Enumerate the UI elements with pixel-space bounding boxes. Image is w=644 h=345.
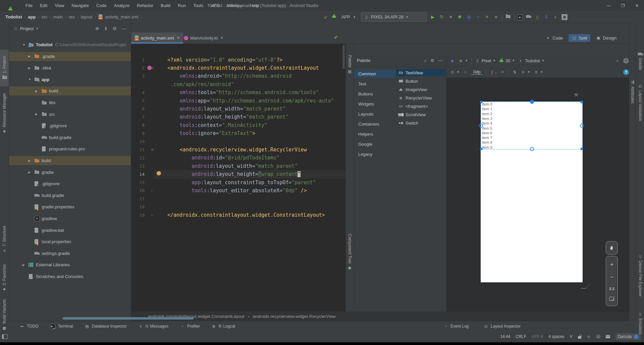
- breadcrumb-item[interactable]: res: [69, 14, 75, 19]
- tab-activity-main-xml[interactable]: activity_main.xml✕: [131, 32, 183, 44]
- logcat-button[interactable]: ≣6: Logcat: [211, 324, 235, 329]
- tab-mainactivity-kt[interactable]: MainActivity.kt✕: [180, 32, 227, 44]
- menu-edit[interactable]: Edit: [37, 2, 51, 9]
- tool-button-component-tree[interactable]: Component Tree ◉: [346, 234, 354, 270]
- fold-start-icon[interactable]: ⊟: [151, 66, 153, 70]
- bottom-anchor[interactable]: [530, 147, 534, 151]
- recyclerview-selection[interactable]: [481, 101, 582, 149]
- apply-code-changes-icon[interactable]: ≡: [448, 14, 454, 20]
- intention-bulb-icon[interactable]: [157, 171, 161, 176]
- run-config-select[interactable]: APP▼: [339, 14, 358, 19]
- code-line[interactable]: 18: [131, 203, 345, 211]
- right-anchor[interactable]: [580, 124, 584, 128]
- code-line[interactable]: 3 xmlns:android="http://schemas.android: [131, 72, 345, 80]
- breadcrumb-item[interactable]: src: [42, 14, 47, 19]
- code-line[interactable]: 6 android:layout_width="match_parent": [131, 105, 345, 113]
- messages-button[interactable]: ≡0: Messages: [138, 324, 168, 329]
- close-icon[interactable]: ✕: [177, 36, 180, 40]
- tree-row[interactable]: ▶.idea: [9, 63, 131, 72]
- code-editor[interactable]: 1<?xml version="1.0" encoding="utf-8"?>2…: [131, 44, 345, 312]
- code-line[interactable]: 2⊟<androidx.constraintlayout.widget.Cons…: [131, 64, 345, 72]
- code-line[interactable]: 12 android:id="@+id/pdTodoItems": [131, 154, 345, 162]
- hide-icon[interactable]: —: [121, 26, 126, 31]
- tool-button-palette[interactable]: Palette ▨: [346, 55, 354, 74]
- database-inspector-button[interactable]: ▤Database Inspector: [85, 324, 127, 329]
- menu-analyze[interactable]: Analyze: [111, 2, 133, 9]
- apply-changes-icon[interactable]: ↻: [439, 14, 445, 20]
- profile-icon[interactable]: ◔: [475, 14, 481, 20]
- breadcrumb-item[interactable]: Todolist: [5, 14, 22, 19]
- menu-view[interactable]: View: [51, 2, 67, 9]
- inspection-ok-icon[interactable]: ✔: [334, 34, 338, 40]
- breadcrumb-item[interactable]: main: [53, 14, 63, 19]
- line-ending-indicator[interactable]: CRLF: [516, 334, 526, 339]
- view-options-icon[interactable]: ⊙▼: [450, 70, 460, 75]
- menu-tools[interactable]: Tools: [190, 2, 207, 9]
- tree-row[interactable]: ▶build: [9, 86, 131, 95]
- tree-row[interactable]: ▶gradle: [9, 168, 131, 177]
- kotlin-gutter-icon[interactable]: [147, 66, 152, 70]
- palette-component-scrollview[interactable]: ScrollView: [396, 111, 446, 118]
- tree-row[interactable]: ▶External Libraries: [9, 260, 131, 269]
- tool-button-project[interactable]: 1: Project: [0, 50, 9, 86]
- tool-button-device-file-explorer[interactable]: ▯Device File Explorer: [636, 254, 644, 309]
- api-version-menu[interactable]: 30▼: [499, 58, 515, 63]
- code-mode-button[interactable]: ≡Code: [542, 34, 566, 42]
- palette-category-containers[interactable]: Containers: [354, 120, 396, 128]
- palette-category-google[interactable]: Google: [354, 140, 396, 148]
- settings-icon[interactable]: ⚙: [112, 26, 117, 31]
- tree-expanded-icon[interactable]: ▼: [22, 43, 25, 47]
- help-icon[interactable]: ?: [623, 69, 629, 75]
- palette-category-widgets[interactable]: Widgets: [354, 100, 396, 108]
- tool-button-resource-manager[interactable]: Resource Manager❖: [0, 88, 9, 139]
- avd-manager-icon[interactable]: ▯: [534, 14, 540, 20]
- profiler-button[interactable]: ◔Profiler: [180, 324, 200, 329]
- code-line[interactable]: .com/apk/res/android": [131, 80, 345, 88]
- tree-row[interactable]: >gradlew: [9, 214, 131, 223]
- palette-component-recyclerview[interactable]: ≣RecyclerView: [396, 94, 446, 101]
- sad-feedback-icon[interactable]: ☹: [596, 334, 600, 339]
- code-line[interactable]: 17: [131, 195, 345, 203]
- tree-row[interactable]: proguard-rules.pro: [9, 144, 131, 153]
- overflow-icon[interactable]: »: [615, 58, 620, 63]
- orientation-icon[interactable]: ⊘▼: [458, 58, 468, 63]
- encoding-indicator[interactable]: UTF-8: [532, 334, 543, 339]
- run-device-icon[interactable]: ▶: [517, 14, 523, 20]
- code-line[interactable]: 14 android:layout_height="wrap_content": [131, 170, 345, 179]
- close-button[interactable]: ✕: [630, 0, 644, 11]
- pack-icon[interactable]: ⇅: [512, 70, 517, 75]
- maximize-button[interactable]: ❐: [616, 0, 630, 11]
- top-anchor[interactable]: [530, 100, 534, 104]
- tree-row[interactable]: ∅.gitignore: [9, 121, 131, 130]
- palette-component-imageview[interactable]: ImageView: [396, 86, 446, 93]
- tree-row[interactable]: settings.gradle: [9, 249, 131, 258]
- fold-start-icon[interactable]: ⊟: [151, 148, 153, 151]
- tool-button-emulator[interactable]: ▯Emulator: [636, 312, 644, 344]
- split-mode-button[interactable]: ◫Split: [569, 34, 590, 42]
- menu-run[interactable]: Run: [174, 2, 189, 9]
- menu-navigate[interactable]: Navigate: [68, 2, 92, 9]
- palette-component-button[interactable]: Button: [396, 77, 446, 85]
- wrench-icon[interactable]: ⚒: [574, 92, 578, 97]
- editor-scrollbar[interactable]: [342, 45, 345, 69]
- tree-row[interactable]: build.gradle: [9, 133, 131, 142]
- autoconnect-icon[interactable]: ∩: [463, 70, 468, 75]
- search-everywhere-icon[interactable]: ⌕: [552, 14, 558, 20]
- instant-run-icon[interactable]: V: [570, 334, 573, 339]
- align-icon[interactable]: ≡▼: [521, 70, 530, 75]
- chevron-down-icon[interactable]: ▼: [36, 27, 39, 30]
- palette-category-helpers[interactable]: Helpers: [354, 130, 396, 138]
- tool-button-attributes[interactable]: ⇶Attributes: [629, 80, 636, 117]
- hide-icon[interactable]: —: [438, 58, 443, 63]
- search-icon[interactable]: ⌕: [424, 58, 426, 63]
- locate-icon[interactable]: ⊕: [95, 26, 99, 31]
- tree-row[interactable]: ∅.gitignore: [9, 179, 131, 188]
- zoom-actual-button[interactable]: 1:1: [609, 287, 614, 291]
- layout-inspector-button[interactable]: ⊡Layout Inspector: [483, 324, 521, 329]
- code-line[interactable]: 4 xmlns:tools="http://schemas.android.co…: [131, 88, 345, 97]
- tree-row[interactable]: ▶build: [9, 156, 131, 165]
- toolwindow-toggle-icon[interactable]: [2, 334, 8, 339]
- pan-button[interactable]: [606, 241, 618, 255]
- tree-row[interactable]: ▶src: [9, 110, 131, 119]
- code-line[interactable]: 8 tools:context=".MainActivity": [131, 121, 345, 129]
